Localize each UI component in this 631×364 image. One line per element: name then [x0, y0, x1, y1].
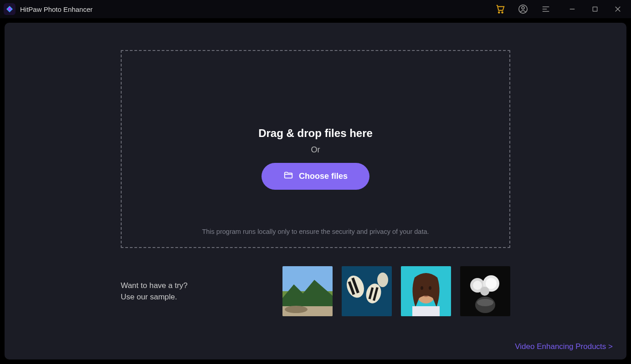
menu-icon[interactable] [541, 4, 551, 14]
svg-point-28 [421, 286, 423, 290]
app-title: HitPaw Photo Enhancer [20, 5, 92, 13]
sample-row: Want to have a try? Use our sample. [121, 266, 510, 316]
cart-icon[interactable] [495, 4, 505, 14]
sample-text-line2: Use our sample. [121, 291, 282, 303]
sample-text-line1: Want to have a try? [121, 280, 282, 292]
svg-point-4 [522, 6, 524, 9]
close-icon[interactable] [613, 4, 623, 14]
svg-point-17 [285, 306, 308, 313]
sample-flowers[interactable] [460, 266, 510, 316]
svg-point-38 [480, 287, 489, 296]
video-products-link[interactable]: Video Enhancing Products > [515, 342, 613, 351]
sample-fish[interactable] [342, 266, 392, 316]
main-panel: Drag & drop files here Or Choose files T… [5, 23, 626, 359]
sample-portrait[interactable] [401, 266, 451, 316]
svg-point-1 [498, 12, 500, 13]
app-body: Drag & drop files here Or Choose files T… [0, 18, 631, 364]
drop-heading: Drag & drop files here [258, 127, 373, 140]
sample-text: Want to have a try? Use our sample. [121, 280, 282, 303]
titlebar: HitPaw Photo Enhancer [0, 0, 631, 18]
maximize-icon[interactable] [590, 4, 600, 14]
svg-point-35 [473, 281, 482, 290]
svg-point-29 [429, 286, 431, 290]
user-icon[interactable] [518, 4, 528, 14]
minimize-icon[interactable] [567, 4, 577, 14]
choose-files-label: Choose files [299, 172, 348, 181]
svg-rect-13 [282, 266, 333, 291]
privacy-text: This program runs locally only to ensure… [202, 228, 429, 235]
choose-files-button[interactable]: Choose files [262, 163, 369, 190]
svg-point-37 [486, 278, 497, 289]
svg-point-25 [377, 273, 388, 287]
svg-point-2 [502, 12, 503, 13]
svg-point-33 [477, 299, 493, 306]
svg-rect-9 [593, 7, 597, 11]
svg-rect-30 [412, 306, 440, 316]
drop-zone[interactable]: Drag & drop files here Or Choose files T… [121, 50, 510, 248]
app-logo [4, 3, 15, 15]
folder-icon [283, 170, 293, 182]
drop-or: Or [311, 145, 320, 155]
sample-thumbnails [282, 266, 510, 316]
sample-landscape[interactable] [282, 266, 333, 316]
